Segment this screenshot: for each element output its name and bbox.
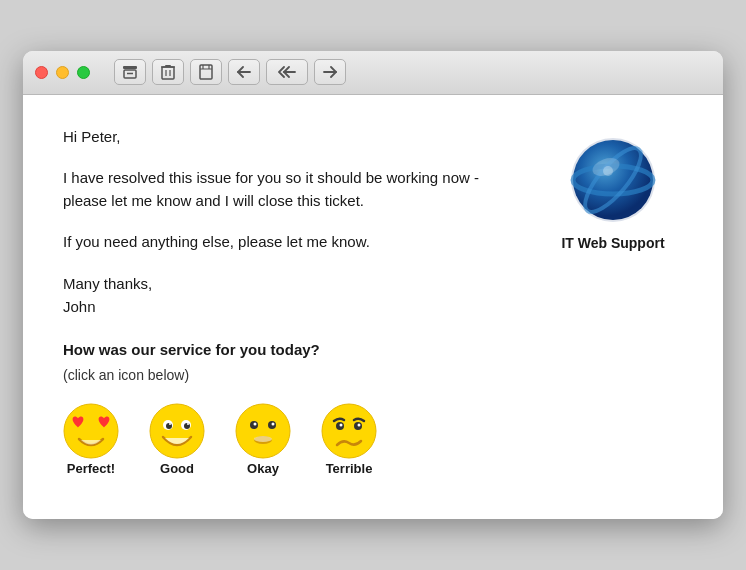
emoji-row: Perfect! (63, 403, 523, 479)
closing: Many thanks, (63, 272, 523, 295)
terrible-label: Terrible (326, 459, 373, 479)
svg-point-22 (187, 423, 189, 425)
delete-button[interactable] (152, 59, 184, 85)
email-window: Hi Peter, I have resolved this issue for… (23, 51, 723, 520)
forward-icon (323, 66, 337, 78)
forward-button[interactable] (314, 59, 346, 85)
company-logo-svg (568, 135, 658, 225)
toolbar (114, 59, 346, 85)
back-all-button[interactable] (266, 59, 308, 85)
okay-emoji (235, 403, 291, 459)
minimize-button[interactable] (56, 66, 69, 79)
company-sidebar: IT Web Support (543, 125, 683, 480)
signature: John (63, 295, 523, 318)
email-body: Hi Peter, I have resolved this issue for… (63, 125, 523, 480)
junk-button[interactable] (190, 59, 222, 85)
svg-point-29 (254, 436, 272, 442)
feedback-good[interactable]: Good (149, 403, 205, 479)
svg-point-21 (169, 423, 171, 425)
greeting: Hi Peter, (63, 125, 523, 148)
feedback-question: How was our service for you today? (63, 338, 523, 361)
svg-point-40 (603, 166, 613, 176)
svg-point-34 (358, 424, 361, 427)
svg-rect-3 (162, 67, 174, 79)
svg-point-30 (322, 404, 376, 458)
svg-rect-0 (123, 66, 137, 69)
good-label: Good (160, 459, 194, 479)
titlebar (23, 51, 723, 95)
body-paragraph-1: I have resolved this issue for you so it… (63, 166, 523, 213)
svg-point-27 (272, 423, 275, 426)
back-icon (237, 66, 251, 78)
feedback-section: How was our service for you today? (clic… (63, 338, 523, 479)
good-emoji (149, 403, 205, 459)
trash-icon (161, 64, 175, 80)
svg-rect-5 (165, 65, 171, 67)
archive-button[interactable] (114, 59, 146, 85)
back-all-icon (278, 66, 296, 78)
archive-icon (122, 64, 138, 80)
perfect-label: Perfect! (67, 459, 115, 479)
svg-point-23 (236, 404, 290, 458)
terrible-emoji (321, 403, 377, 459)
company-name: IT Web Support (561, 235, 664, 251)
email-content: Hi Peter, I have resolved this issue for… (23, 95, 723, 520)
feedback-hint: (click an icon below) (63, 365, 523, 387)
back-button[interactable] (228, 59, 260, 85)
company-logo (568, 135, 658, 225)
svg-point-33 (340, 424, 343, 427)
svg-rect-8 (200, 65, 212, 79)
okay-label: Okay (247, 459, 279, 479)
junk-icon (199, 64, 213, 80)
svg-point-16 (150, 404, 204, 458)
svg-point-15 (64, 404, 118, 458)
maximize-button[interactable] (77, 66, 90, 79)
feedback-okay[interactable]: Okay (235, 403, 291, 479)
perfect-emoji (63, 403, 119, 459)
feedback-perfect[interactable]: Perfect! (63, 403, 119, 479)
svg-point-20 (184, 423, 190, 429)
svg-point-26 (254, 423, 257, 426)
svg-point-19 (166, 423, 172, 429)
body-paragraph-2: If you need anything else, please let me… (63, 230, 523, 253)
close-button[interactable] (35, 66, 48, 79)
feedback-terrible[interactable]: Terrible (321, 403, 377, 479)
